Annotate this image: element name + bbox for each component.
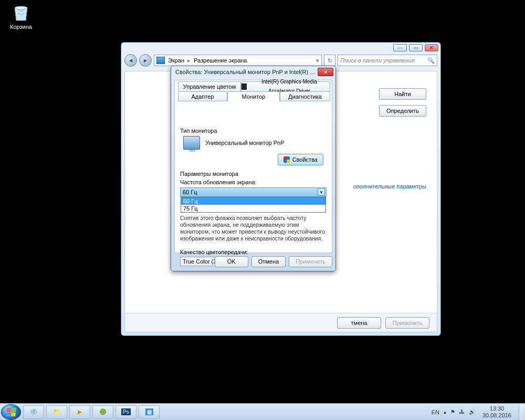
tab-adapter[interactable]: Адаптер — [178, 91, 227, 101]
taskbar-photoshop[interactable]: Ps — [116, 405, 136, 419]
apply-button: Применить — [385, 317, 429, 329]
button-label: Свойства — [292, 156, 318, 163]
refresh-button[interactable]: ↻ — [324, 55, 335, 66]
properties-button[interactable]: Свойства — [278, 154, 323, 165]
clock[interactable]: 13:30 30.08.2016 — [479, 405, 514, 418]
refresh-rate-select[interactable]: 60 Гц ▼ 60 Гц 75 Гц — [180, 187, 327, 197]
back-button[interactable]: ◄ — [124, 54, 137, 67]
advanced-settings-link[interactable]: ополнительные параметры — [353, 183, 426, 190]
chevron-down-icon: ▼ — [318, 188, 325, 196]
tab-intel-driver[interactable]: Intel(R) Graphics Media Accelerator Driv… — [241, 81, 330, 91]
hide-modes-note: Снятие этого флажка позволяет выбрать ча… — [180, 215, 327, 243]
ps-icon: Ps — [121, 408, 131, 415]
svg-point-0 — [15, 6, 27, 9]
play-icon: ▶ — [78, 408, 82, 415]
ie-icon: ⓔ — [31, 408, 37, 416]
recycle-bin-icon — [10, 3, 32, 23]
show-desktop-button[interactable] — [519, 404, 524, 420]
taskbar: ⓔ 📁 ▶ 🟢 Ps ▦ EN ▴ ⚑ 🖧 🔊 13:30 30.08.2016 — [0, 403, 525, 420]
find-button[interactable]: Найти — [379, 88, 426, 100]
taskbar-ie[interactable]: ⓔ — [23, 405, 44, 419]
monitor-icon — [156, 57, 165, 64]
address-bar[interactable]: Экран ▸ Разрешение экрана ▾ — [154, 55, 322, 66]
close-button[interactable]: ✕ — [425, 44, 438, 51]
taskbar-media-player[interactable]: ▶ — [69, 405, 90, 419]
close-button[interactable]: ✕ — [318, 68, 333, 76]
chrome-icon: 🟢 — [99, 408, 107, 415]
minimize-button[interactable]: — — [393, 44, 407, 51]
monitor-icon — [183, 136, 200, 150]
tab-monitor[interactable]: Монитор — [227, 91, 280, 101]
search-input[interactable]: Поиск в панели управления 🔍 — [338, 55, 437, 66]
maximize-button[interactable]: ▭ — [409, 44, 423, 51]
time: 13:30 — [482, 405, 511, 412]
monitor-properties-dialog: Свойства: Универсальный монитор PnP и In… — [171, 66, 336, 271]
option-60hz[interactable]: 60 Гц — [181, 197, 326, 205]
color-quality-label: Качество цветопередачи: — [180, 249, 327, 255]
group-title: Тип монитора — [180, 128, 327, 134]
breadcrumb-item[interactable]: Разрешение экрана — [194, 57, 247, 64]
start-button[interactable] — [1, 404, 21, 420]
cancel-button[interactable]: тмена — [337, 317, 381, 329]
uac-shield-icon — [284, 156, 290, 163]
dialog-body: Управление цветом Intel(R) Graphics Medi… — [174, 80, 332, 253]
taskbar-chrome[interactable]: 🟢 — [92, 405, 113, 419]
network-icon[interactable]: 🖧 — [459, 409, 465, 415]
monitor-type-group: Тип монитора Универсальный монитор PnP С… — [180, 128, 327, 166]
search-placeholder: Поиск в панели управления — [340, 57, 415, 64]
folder-icon: 📁 — [53, 408, 60, 415]
selected-value: 60 Гц — [183, 189, 197, 195]
tab-diagnostics[interactable]: Диагностика — [280, 91, 330, 101]
tab-strip: Управление цветом Intel(R) Graphics Medi… — [175, 80, 332, 101]
language-indicator[interactable]: EN — [432, 409, 439, 415]
option-75hz[interactable]: 75 Гц — [181, 205, 326, 212]
chevron-down-icon[interactable]: ▾ — [316, 57, 319, 64]
date: 30.08.2016 — [482, 412, 511, 418]
monitor-name: Универсальный монитор PnP — [205, 140, 285, 146]
recycle-bin-label: Корзина — [5, 24, 37, 30]
taskbar-app[interactable]: ▦ — [139, 405, 160, 419]
refresh-rate-label: Частота обновления экрана: — [180, 179, 327, 185]
group-title: Параметры монитора — [180, 171, 327, 177]
taskbar-explorer[interactable]: 📁 — [46, 405, 67, 419]
monitor-settings-group: Параметры монитора Частота обновления эк… — [180, 171, 327, 266]
identify-button[interactable]: Определить — [379, 105, 426, 117]
system-tray: EN ▴ ⚑ 🖧 🔊 13:30 30.08.2016 — [432, 404, 525, 420]
search-icon: 🔍 — [427, 57, 435, 64]
chevron-right-icon: ▸ — [187, 57, 191, 64]
apply-button: Применить — [289, 256, 332, 267]
breadcrumb-item[interactable]: Экран — [168, 57, 184, 64]
cancel-button[interactable]: Отмена — [251, 256, 286, 267]
dialog-title: Свойства: Универсальный монитор PnP и In… — [175, 69, 318, 75]
dialog-titlebar: Свойства: Универсальный монитор PnP и In… — [171, 66, 335, 78]
recycle-bin[interactable]: Корзина — [5, 3, 37, 30]
app-icon: ▦ — [145, 408, 153, 415]
ok-button[interactable]: OK — [215, 256, 248, 267]
dialog-buttons: OK Отмена Применить — [174, 255, 332, 268]
action-center-icon[interactable]: ⚑ — [450, 409, 455, 415]
window-caption: — ▭ ✕ — [121, 43, 440, 53]
windows-logo-icon — [6, 408, 16, 416]
intel-icon — [242, 83, 247, 90]
volume-icon[interactable]: 🔊 — [469, 409, 475, 415]
tab-color-management[interactable]: Управление цветом — [178, 81, 241, 91]
window-footer: тмена Применить — [125, 313, 437, 332]
chevron-up-icon[interactable]: ▴ — [444, 409, 446, 415]
forward-button[interactable]: ► — [139, 54, 152, 67]
refresh-rate-dropdown: 60 Гц 75 Гц — [181, 197, 326, 213]
